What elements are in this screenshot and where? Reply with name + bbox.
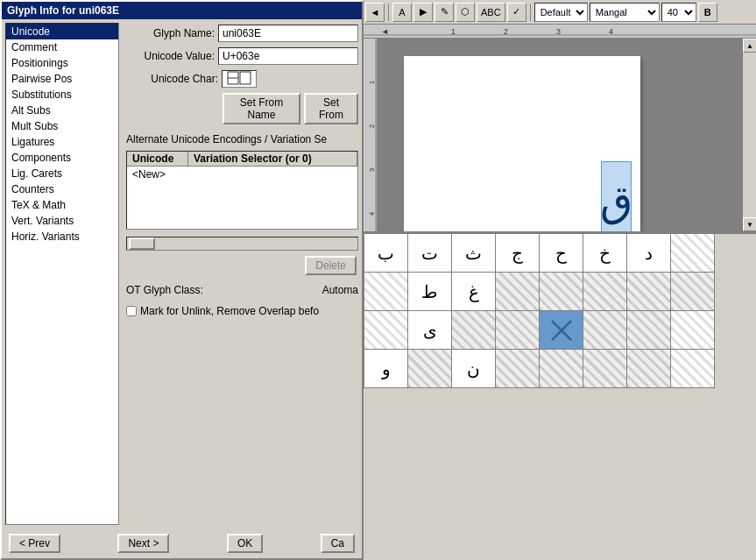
glyph-cell-empty-5[interactable]: [583, 273, 627, 311]
checkbox-label: Mark for Unlink, Remove Overlap befo: [140, 305, 319, 317]
encoding-hscrollbar[interactable]: [126, 237, 358, 251]
sidebar-item-components[interactable]: Components: [6, 150, 118, 166]
scroll-track: [743, 53, 756, 217]
glyph-grid: ب ت ث ج ح خ د ط غ ی: [364, 233, 756, 388]
set-from-name-button[interactable]: Set From Name: [223, 93, 300, 124]
cancel-button[interactable]: Ca: [321, 534, 355, 553]
set-from-button[interactable]: Set From: [304, 93, 358, 124]
glyph-cell-empty-19[interactable]: [671, 350, 715, 388]
glyph-cell-selected[interactable]: [540, 311, 583, 350]
sidebar-item-mult-subs[interactable]: Mult Subs: [6, 118, 118, 134]
next-button[interactable]: Next >: [117, 534, 169, 553]
glyph-cell-empty-9[interactable]: [452, 311, 496, 350]
glyph-cell-empty-10[interactable]: [496, 311, 540, 350]
sidebar-item-positionings[interactable]: Positionings: [6, 55, 118, 71]
font-select[interactable]: Default: [534, 3, 588, 22]
glyph-cell-tha[interactable]: ث: [452, 234, 496, 273]
toolbar-sep2: [530, 4, 531, 21]
glyph-cell-empty-6[interactable]: [627, 273, 671, 311]
prev-button[interactable]: < Prev: [9, 534, 60, 553]
glyph-cell-kha[interactable]: خ: [583, 234, 627, 273]
delete-button[interactable]: Delete: [305, 256, 357, 275]
glyph-cell-empty-14[interactable]: [408, 350, 452, 388]
ot-glyph-class-value: Automa: [207, 284, 358, 296]
toolbar-btn5[interactable]: ABC: [477, 3, 505, 22]
canvas-area[interactable]: ق: [378, 39, 742, 231]
dialog-bottom-buttons: < Prev Next > OK Ca: [2, 528, 362, 558]
glyph-display-char: ق: [600, 176, 632, 225]
sidebar-item-counters[interactable]: Counters: [6, 181, 118, 197]
scrollbar-thumb[interactable]: [129, 237, 155, 250]
sidebar-item-lig-carets[interactable]: Lig. Carets: [6, 166, 118, 181]
glyph-cell-ya[interactable]: ی: [408, 311, 452, 350]
unicode-value-input[interactable]: [218, 47, 358, 65]
toolbar-btn6[interactable]: ✓: [507, 3, 526, 22]
glyph-cell-jeem[interactable]: ج: [496, 234, 540, 273]
glyph-preview: ق: [601, 161, 632, 231]
glyph-cell-empty-7[interactable]: [671, 273, 715, 311]
glyph-cell-empty-12[interactable]: [627, 311, 671, 350]
glyph-cell-empty-15[interactable]: [496, 350, 540, 388]
glyph-cell-ha[interactable]: ح: [540, 234, 583, 273]
glyph-cell-empty-3[interactable]: [496, 273, 540, 311]
ot-glyph-class-label: OT Glyph Class:: [126, 284, 203, 296]
glyph-cell-nun[interactable]: ن: [452, 350, 496, 388]
toolbar-btn1[interactable]: A: [392, 3, 412, 22]
glyph-cell-empty-8[interactable]: [364, 311, 408, 350]
sidebar-item-substitutions[interactable]: Substitutions: [6, 87, 118, 103]
scroll-up-arrow[interactable]: ▲: [743, 39, 756, 53]
unicode-value-label: Unicode Value:: [126, 50, 215, 62]
sidebar-item-tex-math[interactable]: TeX & Math: [6, 197, 118, 213]
sidebar-item-vert-variants[interactable]: Vert. Variants: [6, 213, 118, 229]
glyph-cell-empty-17[interactable]: [583, 350, 627, 388]
glyph-cell-empty-11[interactable]: [583, 311, 627, 350]
glyph-grid-container: ب ت ث ج ح خ د ط غ ی: [364, 231, 756, 389]
font-name-select[interactable]: Mangal: [590, 3, 660, 22]
svg-text:3: 3: [368, 167, 376, 172]
sidebar-item-ligatures[interactable]: Ligatures: [6, 134, 118, 150]
glyph-cell-dal[interactable]: د: [627, 234, 671, 273]
delete-row: Delete: [126, 256, 358, 275]
glyph-cell-empty-13[interactable]: [671, 311, 715, 350]
toolbar-btn3[interactable]: ✎: [435, 3, 454, 22]
glyph-cell-empty-2[interactable]: [364, 273, 408, 311]
ot-glyph-class-row: OT Glyph Class: Automa: [126, 284, 358, 296]
sidebar-item-unicode[interactable]: Unicode: [6, 24, 118, 39]
toolbar-btn4[interactable]: ⬡: [456, 3, 475, 22]
glyph-cell-empty-4[interactable]: [540, 273, 583, 311]
toolbar-left-arrow[interactable]: ◄: [365, 3, 385, 22]
glyph-cell-ta[interactable]: ت: [408, 234, 452, 273]
glyph-cell-tah[interactable]: ط: [408, 273, 452, 311]
bold-button[interactable]: B: [698, 3, 717, 22]
glyph-cell-ba[interactable]: ب: [364, 234, 408, 273]
glyph-cell-empty-18[interactable]: [627, 350, 671, 388]
glyph-cell-empty-16[interactable]: [540, 350, 583, 388]
sidebar-item-pairwise-pos[interactable]: Pairwise Pos: [6, 71, 118, 87]
glyph-cell-waw[interactable]: و: [364, 350, 408, 388]
glyph-cell-empty-1[interactable]: [671, 234, 715, 273]
left-ruler-svg: 1 2 3 4: [364, 39, 378, 231]
mark-checkbox[interactable]: [126, 306, 137, 316]
glyph-name-label: Glyph Name:: [126, 27, 215, 39]
char-icon: [227, 71, 251, 87]
svg-rect-1: [240, 72, 251, 84]
encoding-col2-header: Variation Selector (or 0): [188, 152, 357, 166]
toolbar-btn2[interactable]: ▶: [413, 3, 433, 22]
glyph-cell-ghain[interactable]: غ: [452, 273, 496, 311]
ok-button[interactable]: OK: [227, 534, 263, 553]
scroll-down-arrow[interactable]: ▼: [743, 217, 756, 231]
toolbar-sep1: [388, 4, 389, 21]
sidebar-item-horiz-variants[interactable]: Horiz. Variants: [6, 229, 118, 245]
unicode-char-label: Unicode Char:: [126, 73, 218, 85]
left-ruler: 1 2 3 4: [364, 39, 378, 231]
top-ruler: ◄ 1 2 3 4: [364, 25, 756, 39]
right-scrollbar[interactable]: ▲ ▼: [742, 39, 756, 231]
encoding-header: Unicode Variation Selector (or 0): [127, 152, 357, 167]
sidebar-item-comment[interactable]: Comment: [6, 39, 118, 55]
sidebar-item-alt-subs[interactable]: Alt Subs: [6, 103, 118, 118]
selected-cell-x-icon: [548, 317, 575, 344]
font-size-select[interactable]: 40: [661, 3, 696, 22]
glyph-name-input[interactable]: [218, 25, 358, 42]
encoding-new-row[interactable]: <New>: [127, 167, 357, 182]
dialog-titlebar: Glyph Info for uni063E: [2, 2, 362, 19]
